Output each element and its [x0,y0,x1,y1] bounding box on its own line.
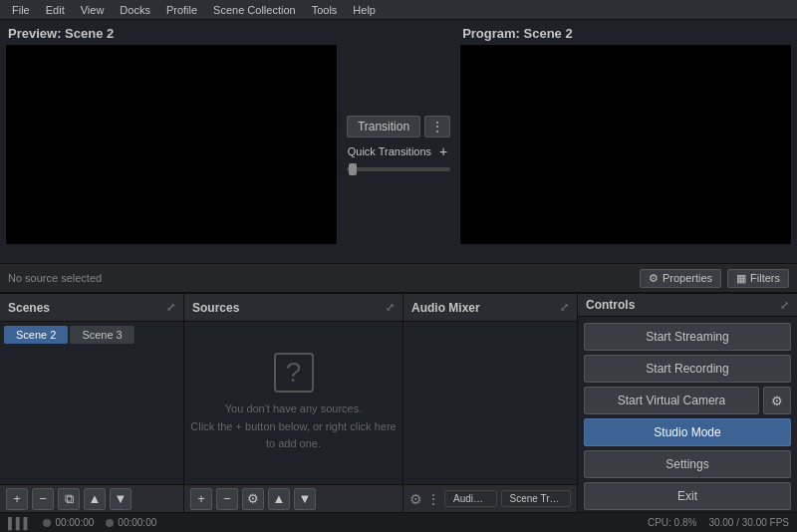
program-title: Program: Scene 2 [460,26,791,41]
menu-help[interactable]: Help [345,0,384,19]
filter-icon: ▦ [736,272,746,285]
program-section: Program: Scene 2 [460,26,791,244]
menubar: File Edit View Docks Profile Scene Colle… [0,0,797,20]
add-transition-button[interactable]: + [437,143,449,159]
record-dot [106,519,114,527]
scene-tab-1[interactable]: Scene 2 [4,326,68,344]
audio-footer: ⚙ ⋮ Audio Mi... Scene Transiti... [403,484,577,512]
signal-indicator: ▌▌▌ [8,517,31,529]
question-icon: ? [274,353,314,393]
properties-button[interactable]: ⚙ Properties [640,269,721,288]
scenes-panel: Scenes ⤢ Scene 2 Scene 3 + − ⧉ ▲ ▼ [0,294,184,512]
remove-source-button[interactable]: − [216,488,238,510]
fps-label: 30.00 / 30.00 FPS [708,517,789,528]
menu-edit[interactable]: Edit [38,0,73,19]
exit-button[interactable]: Exit [584,482,791,510]
studio-mode-button[interactable]: Studio Mode [584,418,791,446]
controls-panel-header: Controls ⤢ [578,294,797,317]
add-source-button[interactable]: + [190,488,212,510]
scene-props-button[interactable]: ⧉ [58,488,80,510]
sources-expand-button[interactable]: ⤢ [386,301,395,314]
add-scene-button[interactable]: + [6,488,28,510]
sources-body: ? You don't have any sources. Click the … [184,322,402,484]
filters-label: Filters [750,272,780,284]
transition-row: Transition ⋮ [347,116,450,137]
transition-menu-button[interactable]: ⋮ [424,116,450,137]
scenes-footer: + − ⧉ ▲ ▼ [0,484,183,512]
audio-gear-icon-button[interactable]: ⚙ [409,491,422,507]
start-virtual-camera-button[interactable]: Start Virtual Camera [584,387,759,414]
sources-panel: Sources ⤢ ? You don't have any sources. … [184,294,403,512]
transition-button[interactable]: Transition [347,116,420,137]
start-streaming-button[interactable]: Start Streaming [584,323,791,351]
transition-area: Transition ⋮ Quick Transitions + [337,26,460,179]
no-source-label: No source selected [8,272,634,284]
sources-footer: + − ⚙ ▲ ▼ [184,484,402,512]
preview-title: Preview: Scene 2 [6,26,337,41]
stream-time-item: 00:00:00 [43,517,94,528]
preview-program-row: Preview: Scene 2 Transition ⋮ Quick Tran… [0,20,797,263]
remove-scene-button[interactable]: − [32,488,54,510]
audio-panel-title: Audio Mixer [411,301,480,315]
filters-button[interactable]: ▦ Filters [727,269,789,288]
settings-button[interactable]: Settings [584,450,791,478]
move-scene-down-button[interactable]: ▼ [110,488,132,510]
preview-section: Preview: Scene 2 [6,26,337,244]
fps-item: 30.00 / 30.00 FPS [708,517,789,528]
gear-icon: ⚙ [649,272,659,285]
sources-panel-header: Sources ⤢ [184,294,402,322]
move-source-down-button[interactable]: ▼ [294,488,316,510]
signal-icon: ▌▌▌ [8,517,31,529]
audio-mixer-body [403,322,577,484]
menu-docks[interactable]: Docks [112,0,158,19]
statusbar: ▌▌▌ 00:00:00 00:00:00 CPU: 0.8% 30.00 / … [0,512,797,532]
audio-tab-2[interactable]: Scene Transiti... [501,490,571,507]
main-area: Preview: Scene 2 Transition ⋮ Quick Tran… [0,20,797,532]
menu-view[interactable]: View [73,0,113,19]
start-recording-button[interactable]: Start Recording [584,355,791,383]
controls-body: Start Streaming Start Recording Start Vi… [578,317,797,516]
virtual-camera-row: Start Virtual Camera ⚙ [584,387,791,414]
scenes-panel-header: Scenes ⤢ [0,294,183,322]
menu-file[interactable]: File [4,0,38,19]
sources-empty-hint: Click the + button below, or right click… [188,418,398,453]
sources-empty-state: ? You don't have any sources. Click the … [188,326,398,480]
menu-scene-collection[interactable]: Scene Collection [205,0,304,19]
quick-transitions-label: Quick Transitions [348,145,431,157]
audio-mixer-panel: Audio Mixer ⤢ ⚙ ⋮ Audio Mi... Scene Tran… [403,294,578,512]
virtual-camera-settings-button[interactable]: ⚙ [763,387,791,414]
source-props-button[interactable]: ⚙ [242,488,264,510]
audio-expand-button[interactable]: ⤢ [560,301,569,314]
controls-panel: Controls ⤢ Start Streaming Start Recordi… [578,294,797,512]
scene-tab-2[interactable]: Scene 3 [70,326,133,344]
controls-expand-button[interactable]: ⤢ [780,299,789,312]
record-time: 00:00:00 [118,517,156,528]
scenes-expand-button[interactable]: ⤢ [166,301,175,314]
menu-profile[interactable]: Profile [158,0,205,19]
sources-empty-text: You don't have any sources. [225,400,362,418]
scenes-tabs: Scene 2 Scene 3 [0,322,183,348]
stream-time: 00:00:00 [55,517,94,528]
preview-video [6,45,337,244]
audio-menu-icon-button[interactable]: ⋮ [426,491,440,507]
controls-panel-title: Controls [586,298,635,312]
sources-panel-title: Sources [192,301,239,315]
quick-transitions-row: Quick Transitions + [348,143,450,159]
audio-tab-1[interactable]: Audio Mi... [444,490,497,507]
cpu-label: CPU: 0.8% [648,517,696,528]
slider-thumb [349,163,357,175]
move-source-up-button[interactable]: ▲ [268,488,290,510]
menu-tools[interactable]: Tools [304,0,346,19]
cpu-item: CPU: 0.8% [648,517,696,528]
bottom-panels: Scenes ⤢ Scene 2 Scene 3 + − ⧉ ▲ ▼ Sourc… [0,293,797,512]
program-video [460,45,791,244]
properties-label: Properties [663,272,712,284]
record-time-item: 00:00:00 [106,517,156,528]
scenes-body [0,348,183,484]
transition-slider[interactable] [347,167,450,171]
scenes-panel-title: Scenes [8,301,50,315]
slider-track [347,167,450,171]
audio-panel-header: Audio Mixer ⤢ [403,294,577,322]
stream-dot [43,519,51,527]
move-scene-up-button[interactable]: ▲ [84,488,106,510]
